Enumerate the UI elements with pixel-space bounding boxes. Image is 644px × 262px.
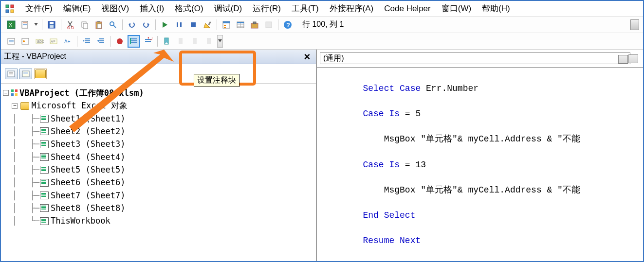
object-browser-icon (262, 18, 275, 31)
uncomment-block-icon[interactable] (142, 35, 154, 48)
svg-rect-7 (23, 22, 27, 23)
project-explorer-icon[interactable] (220, 18, 233, 31)
toolbar-options-icon[interactable] (217, 35, 223, 48)
menu-window[interactable]: 窗口(W) (437, 2, 476, 15)
tree-sheet-item[interactable]: │ ├─Sheet4 (Sheet4) (3, 151, 314, 163)
project-panel-toolbar (1, 64, 316, 84)
folder-icon (20, 102, 29, 110)
object-combo[interactable]: (通用) (320, 52, 630, 64)
tree-sheet-item[interactable]: │ ├─Sheet8 (Sheet8) (3, 202, 314, 214)
view-object-icon[interactable] (19, 69, 32, 79)
menu-insert[interactable]: 插入(I) (135, 2, 169, 15)
insert-module-icon[interactable] (19, 18, 32, 31)
help-icon[interactable]: ? (281, 18, 294, 31)
svg-rect-3 (11, 10, 14, 13)
tree-sheet-item[interactable]: │ ├─Sheet1 (Sheet1) (3, 112, 314, 125)
menu-code-helper[interactable]: Code Helper (379, 3, 435, 15)
dropdown-arrow-icon[interactable] (33, 18, 39, 31)
redo-icon[interactable] (140, 18, 152, 31)
breakpoint-icon[interactable] (113, 35, 126, 48)
svg-rect-19 (97, 24, 101, 28)
tree-sheet-item[interactable]: │ ├─Sheet2 (Sheet2) (3, 125, 314, 138)
menu-help[interactable]: 帮助(H) (477, 2, 515, 15)
menu-run[interactable]: 运行(R) (248, 2, 286, 15)
project-tree[interactable]: − VBAProject (工作簿08.xlsm) − Microsoft Ex… (1, 84, 316, 261)
svg-rect-75 (207, 38, 211, 44)
svg-rect-73 (179, 38, 183, 44)
indent-icon[interactable] (80, 35, 93, 48)
tree-sheet-item[interactable]: │ ├─Sheet3 (Sheet3) (3, 138, 314, 150)
paste-icon[interactable] (92, 18, 105, 31)
svg-rect-32 (224, 25, 226, 26)
tree-folder-objects[interactable]: − Microsoft Excel 对象 (3, 99, 314, 112)
svg-rect-33 (224, 27, 226, 28)
svg-rect-27 (191, 22, 196, 27)
toggle-bookmark-icon[interactable] (161, 35, 173, 48)
code-editor[interactable]: Select Case Err.Number Case Is = 5 MsgBo… (317, 67, 643, 261)
toolbox-icon[interactable] (248, 18, 261, 31)
undo-icon[interactable] (126, 18, 138, 31)
excel-icon[interactable]: X (5, 18, 18, 31)
menu-edit[interactable]: 编辑(E) (58, 2, 96, 15)
worksheet-icon (40, 166, 49, 174)
menu-file[interactable]: 文件(F) (20, 2, 57, 15)
parameter-info-icon[interactable]: A≡ (47, 35, 60, 48)
reset-icon[interactable] (187, 18, 200, 31)
edit-toolbar: abc A≡ A+ (1, 33, 643, 50)
tree-root[interactable]: − VBAProject (工作簿08.xlsm) (3, 87, 314, 99)
menu-tools[interactable]: 工具(T) (287, 2, 324, 15)
separator (110, 36, 110, 47)
tree-sheet-item[interactable]: │ ├─Sheet5 (Sheet5) (3, 163, 314, 176)
code-combo-row: (通用) (317, 50, 643, 67)
close-icon[interactable]: × (301, 51, 313, 63)
cut-icon[interactable] (64, 18, 77, 31)
view-code-icon[interactable] (5, 69, 18, 79)
menu-addins[interactable]: 外接程序(A) (325, 2, 379, 15)
complete-word-icon[interactable]: A+ (61, 35, 74, 48)
save-icon[interactable] (45, 18, 58, 31)
find-icon[interactable] (107, 18, 119, 31)
menu-debug[interactable]: 调试(D) (209, 2, 247, 15)
svg-rect-25 (177, 22, 178, 27)
separator (61, 19, 61, 30)
svg-rect-83 (15, 89, 18, 92)
svg-line-21 (113, 25, 116, 28)
svg-point-62 (117, 38, 123, 44)
copy-icon[interactable] (78, 18, 91, 31)
tree-sheet-item[interactable]: │ ├─Sheet7 (Sheet7) (3, 189, 314, 202)
svg-marker-57 (83, 40, 85, 42)
separator (157, 36, 158, 47)
svg-rect-11 (50, 22, 54, 24)
svg-point-20 (110, 22, 114, 26)
break-icon[interactable] (173, 18, 185, 31)
tree-folder-label: Microsoft Excel 对象 (31, 99, 128, 112)
svg-rect-84 (11, 93, 14, 96)
tree-workbook-item[interactable]: │ └─ThisWorkbook (3, 214, 314, 227)
outdent-icon[interactable] (94, 35, 107, 48)
svg-marker-9 (34, 23, 38, 26)
tree-sheet-item[interactable]: │ ├─Sheet6 (Sheet6) (3, 176, 314, 189)
properties-icon[interactable] (234, 18, 247, 31)
design-mode-icon[interactable] (201, 18, 214, 31)
run-icon[interactable] (159, 18, 171, 31)
comment-block-button[interactable] (128, 35, 140, 48)
menu-view[interactable]: 视图(V) (96, 2, 134, 15)
collapse-icon[interactable]: − (3, 90, 9, 96)
next-bookmark-icon (175, 35, 187, 48)
svg-rect-41 (266, 22, 272, 28)
menu-format[interactable]: 格式(O) (170, 2, 208, 15)
collapse-icon[interactable]: − (12, 103, 18, 109)
worksheet-icon (40, 192, 49, 199)
separator (122, 19, 123, 30)
tooltip: 设置注释块 (194, 74, 239, 87)
separator (217, 19, 217, 30)
toolbar-overflow-icon[interactable] (630, 19, 639, 30)
svg-rect-26 (180, 22, 182, 27)
list-constants-icon[interactable] (19, 35, 32, 48)
svg-rect-1 (11, 5, 14, 8)
svg-rect-81 (23, 72, 28, 74)
list-properties-icon[interactable] (5, 35, 18, 48)
worksheet-icon (40, 127, 49, 135)
quick-info-icon[interactable]: abc (33, 35, 46, 48)
toggle-folders-icon[interactable] (34, 69, 47, 79)
